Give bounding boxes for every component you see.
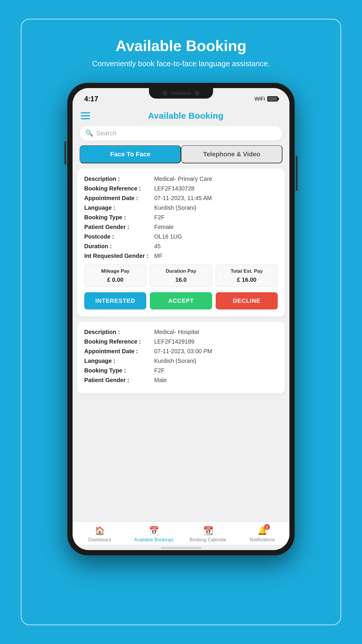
bottom-nav: 🏠 Dashboard 📅 Available Bookings 📆 Booki… bbox=[73, 522, 289, 545]
search-container: 🔍 Search bbox=[73, 126, 289, 145]
wifi-icon: WiFi bbox=[254, 96, 265, 102]
nav-item-notifications[interactable]: 🔔 1 Notifications bbox=[235, 526, 289, 542]
notch-speaker bbox=[171, 92, 191, 95]
gender-label-1: Patient Gender : bbox=[84, 224, 154, 230]
notch bbox=[149, 88, 213, 99]
page-title: Available Booking bbox=[116, 37, 247, 55]
int-gender-label-1: Int Requested Gender : bbox=[84, 253, 154, 259]
hamburger-line-3 bbox=[81, 118, 90, 119]
mileage-pay-value: £ 0.00 bbox=[87, 276, 143, 283]
booking-row-gender-1: Patient Gender : Female bbox=[84, 224, 278, 230]
duration-pay-value: 16.0 bbox=[153, 276, 209, 283]
ref-value-1: LEF2F1430728 bbox=[154, 185, 194, 192]
booking-row-appt-1: Appointment Date : 07-11-2023, 11:45 AM bbox=[84, 195, 278, 202]
home-bar bbox=[161, 547, 201, 549]
pay-table-1: Mileage Pay £ 0.00 Duration Pay 16.0 Tot… bbox=[84, 265, 278, 287]
description-value-2: Medical- Hospital bbox=[154, 329, 199, 335]
booking-row-appt-2: Appointment Date : 07-11-2023, 03:00 PM bbox=[84, 348, 278, 355]
booking-row-description-2: Description : Medical- Hospital bbox=[84, 329, 278, 335]
booking-row-gender-2: Patient Gender : Male bbox=[84, 377, 278, 384]
description-label-2: Description : bbox=[84, 329, 154, 335]
nav-label-booking-calendar: Booking Calendar bbox=[189, 537, 226, 542]
booking-row-ref-2: Booking Reference : LEF2F1429189 bbox=[84, 338, 278, 345]
total-pay-value: £ 16.00 bbox=[219, 276, 275, 283]
calendar-icon: 📆 bbox=[203, 526, 213, 536]
phone-inner: 4:17 WiFi Available Booking bbox=[73, 88, 289, 550]
nav-item-booking-calendar[interactable]: 📆 Booking Calendar bbox=[181, 526, 235, 542]
tab-buttons: Face To Face Telephone & Video bbox=[80, 145, 282, 163]
page-subtitle: Conveniently book face-to-face language … bbox=[92, 59, 270, 68]
mileage-pay-cell: Mileage Pay £ 0.00 bbox=[84, 265, 146, 287]
battery-icon bbox=[267, 96, 278, 102]
booking-row-description-1: Description : Medical- Primary Care bbox=[84, 176, 278, 182]
appt-label-2: Appointment Date : bbox=[84, 348, 154, 355]
notification-badge: 1 bbox=[264, 524, 270, 530]
gender-label-2: Patient Gender : bbox=[84, 377, 154, 384]
duration-pay-cell: Duration Pay 16.0 bbox=[150, 265, 212, 287]
gender-value-2: Male bbox=[154, 377, 167, 384]
duration-value-1: 45 bbox=[154, 243, 161, 250]
appt-label-1: Appointment Date : bbox=[84, 195, 154, 202]
booking-row-int-gender-1: Int Requested Gender : MF bbox=[84, 253, 278, 259]
booking-card-2: Description : Medical- Hospital Booking … bbox=[77, 322, 285, 393]
app-header-title: Available Booking bbox=[90, 111, 281, 121]
notification-badge-container: 🔔 1 bbox=[257, 526, 268, 536]
total-pay-cell: Total Est. Pay £ 16.00 bbox=[216, 265, 278, 287]
nav-label-available-bookings: Available Bookings bbox=[134, 537, 174, 542]
postcode-value-1: OL16 1UG bbox=[154, 233, 182, 240]
ref-value-2: LEF2F1429189 bbox=[154, 338, 194, 345]
appt-value-2: 07-11-2023, 03:00 PM bbox=[154, 348, 212, 355]
booking-row-lang-2: Language : Kurdish (Sorani) bbox=[84, 358, 278, 364]
int-gender-value-1: MF bbox=[154, 253, 163, 259]
lang-value-1: Kurdish (Sorani) bbox=[154, 204, 196, 211]
accept-button[interactable]: ACCEPT bbox=[150, 292, 212, 309]
lang-value-2: Kurdish (Sorani) bbox=[154, 358, 196, 364]
postcode-label-1: Postcode : bbox=[84, 233, 154, 240]
duration-pay-label: Duration Pay bbox=[153, 268, 209, 274]
type-value-1: F2F bbox=[154, 214, 165, 221]
app-header: Available Booking bbox=[73, 106, 289, 126]
hamburger-line-1 bbox=[81, 112, 90, 113]
appt-value-1: 07-11-2023, 11:45 AM bbox=[154, 195, 212, 202]
type-value-2: F2F bbox=[154, 367, 165, 374]
hamburger-line-2 bbox=[81, 115, 90, 116]
description-value-1: Medical- Primary Care bbox=[154, 176, 212, 182]
lang-label-1: Language : bbox=[84, 204, 154, 211]
nav-item-available-bookings[interactable]: 📅 Available Bookings bbox=[127, 526, 181, 542]
tab-telephone-video[interactable]: Telephone & Video bbox=[181, 145, 282, 163]
nav-label-dashboard: Dashboard bbox=[88, 537, 111, 542]
outer-container: Available Booking Conveniently book face… bbox=[21, 19, 341, 625]
status-bar: 4:17 WiFi bbox=[73, 88, 289, 106]
decline-button[interactable]: DECLINE bbox=[216, 292, 278, 309]
ref-label-1: Booking Reference : bbox=[84, 185, 154, 192]
home-icon: 🏠 bbox=[95, 526, 105, 536]
booking-row-postcode-1: Postcode : OL16 1UG bbox=[84, 233, 278, 240]
lang-label-2: Language : bbox=[84, 358, 154, 364]
booking-row-lang-1: Language : Kurdish (Sorani) bbox=[84, 204, 278, 211]
scroll-content[interactable]: Description : Medical- Primary Care Book… bbox=[73, 169, 289, 522]
booking-row-duration-1: Duration : 45 bbox=[84, 243, 278, 250]
search-bar[interactable]: 🔍 Search bbox=[80, 126, 282, 141]
description-label-1: Description : bbox=[84, 176, 154, 182]
notch-camera-2 bbox=[195, 91, 199, 96]
nav-item-dashboard[interactable]: 🏠 Dashboard bbox=[73, 526, 127, 542]
action-buttons-1: INTERESTED ACCEPT DECLINE bbox=[84, 292, 278, 309]
type-label-1: Booking Type : bbox=[84, 214, 154, 221]
hamburger-menu[interactable] bbox=[81, 112, 90, 119]
search-input[interactable]: Search bbox=[96, 130, 117, 137]
status-icons: WiFi bbox=[254, 96, 278, 102]
tab-face-to-face[interactable]: Face To Face bbox=[80, 145, 181, 163]
mileage-pay-label: Mileage Pay bbox=[87, 268, 143, 274]
gender-value-1: Female bbox=[154, 224, 174, 230]
notch-camera bbox=[163, 91, 167, 96]
type-label-2: Booking Type : bbox=[84, 367, 154, 374]
search-icon: 🔍 bbox=[85, 130, 93, 137]
booking-row-ref-1: Booking Reference : LEF2F1430728 bbox=[84, 185, 278, 192]
nav-label-notifications: Notifications bbox=[249, 537, 275, 542]
interested-button[interactable]: INTERESTED bbox=[84, 292, 146, 309]
duration-label-1: Duration : bbox=[84, 243, 154, 250]
phone-frame: 4:17 WiFi Available Booking bbox=[67, 83, 295, 555]
booking-row-type-2: Booking Type : F2F bbox=[84, 367, 278, 374]
status-time: 4:17 bbox=[84, 95, 98, 103]
ref-label-2: Booking Reference : bbox=[84, 338, 154, 345]
